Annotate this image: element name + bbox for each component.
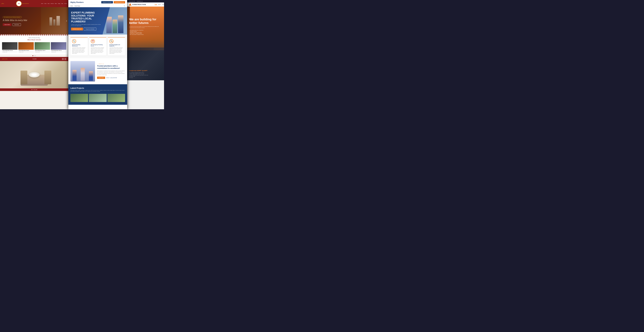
decor-glass-3 xyxy=(56,16,60,25)
quick-call-button[interactable]: Schedule Quick Call xyxy=(114,1,125,3)
blog-card-3-date: 07 March 2024 xyxy=(34,52,50,53)
construction-main-header: CONSTRUCTION HOME ABOUT PAGES ▾ STYLE GU… xyxy=(127,2,164,6)
order-online-button[interactable]: Order Online xyxy=(3,23,12,26)
restaurant-logo-circle: 🍽 xyxy=(16,1,22,6)
plumbing-projects-title: Latest Projects xyxy=(70,87,125,89)
plumbing-hero-title: EXPERT PLUMBING SOLUTIONS: YOUR TRUSTED … xyxy=(71,11,101,23)
blog-card-1-image-inner xyxy=(2,42,18,50)
restaurant-hero-bg: We implement your Delicious Dreams ! A l… xyxy=(0,7,68,34)
rest-nav-about[interactable]: About xyxy=(44,3,46,4)
person-3 xyxy=(118,15,124,33)
plumbing-about-buttons: Explore More Call Us: +1 (012) 345-6789 xyxy=(97,77,125,79)
blog-card-3: Recent Blog News Title 01 07 March 2024 xyxy=(34,42,50,53)
restaurant-furniture-bowl xyxy=(29,72,40,77)
rest-nav-home[interactable]: Home xyxy=(41,3,43,4)
plumbing-projects-desc: Lorem ipsum dolor sit amet, consectetur … xyxy=(70,90,125,92)
rest-nav-contact[interactable]: Contact xyxy=(64,3,67,4)
blog-card-1-image xyxy=(2,42,18,50)
blog-card-3-image-inner xyxy=(34,42,50,50)
service-card-1: 🔧 General Plumbing Maintenance Lorem ips… xyxy=(70,37,88,56)
construction-contact-bar: +1(9) 113-456-789 info@website.com f t y… xyxy=(127,0,164,2)
restaurant-hero-arrow[interactable]: › xyxy=(66,19,67,22)
plumbing-projects: Latest Projects Lorem ipsum dolor sit am… xyxy=(68,84,127,105)
construction-email: info@website.com xyxy=(137,1,143,2)
construction-site: +1(9) 113-456-789 info@website.com f t y… xyxy=(127,0,164,109)
construction-logo-icon xyxy=(129,3,132,6)
rest-nav-pages[interactable]: Pages xyxy=(58,3,60,4)
service-card-2: ⏰ 24/7 Emergency Plumbing Service Lorem … xyxy=(89,37,106,56)
service-title-2: 24/7 Emergency Plumbing Service xyxy=(91,44,105,46)
blog-card-2-title: Recent Blog News Title 01 xyxy=(18,50,34,52)
blog-card-3-title: Recent Blog News Title 01 xyxy=(34,50,50,52)
person-2 xyxy=(112,19,117,33)
screenshots-container: aNhu 🍽 RESTAURANT Home About Shop Servic… xyxy=(0,0,164,109)
plumbing-hero-buttons: Schedule Quick Call Request an Estimate xyxy=(71,27,101,30)
restaurant-nav: Home About Shop Services Menu Pages Blog… xyxy=(41,3,67,4)
bullet-3: Affordable Pricing Payment Plans xyxy=(129,32,159,33)
plumbing-site: Mighty Plumbers Request an Estimate Sche… xyxy=(68,0,127,109)
restaurant-blog-section: Tadoor Restaurant Blog Most Read Article… xyxy=(0,35,68,54)
service-icon-3: 🔨 xyxy=(109,39,114,43)
page-dot-3[interactable] xyxy=(35,55,36,56)
plumbing-about-title: Trusted plumbers with a commitment to ex… xyxy=(97,65,125,69)
construction-hero-bullets: Hire Experts with Years of Experience Sc… xyxy=(129,30,159,35)
service-desc-1: Lorem ipsum dolor sit amet, consectetur … xyxy=(72,47,86,54)
rest-nav-shop[interactable]: Shop xyxy=(48,3,50,4)
explore-more-button[interactable]: Explore More xyxy=(97,77,105,79)
decor-glass-2 xyxy=(53,19,55,25)
clock-icon: ⏰ xyxy=(92,40,94,42)
plumbing-about-subtitle: ABOUT US xyxy=(97,63,125,64)
const-nav-pages[interactable]: PAGES ▾ xyxy=(162,4,164,5)
service-icon-1: 🔧 xyxy=(72,39,76,43)
page-dot-2[interactable] xyxy=(34,55,34,56)
blog-card-4: Recent Blog News Title 01 02 March 2024 xyxy=(51,42,66,53)
const-nav-about[interactable]: ABOUT xyxy=(158,4,161,5)
construction-panel: +1(9) 113-456-789 info@website.com f t y… xyxy=(127,0,164,109)
blog-card-1-title: Recent Blog News Title 01 xyxy=(2,50,18,52)
restaurant-brand: RESTAURANT xyxy=(22,3,29,4)
service-title-1: General Plumbing Maintenance xyxy=(72,44,86,46)
plumbing-about-image xyxy=(70,61,95,81)
plumbing-panel: Mighty Plumbers Request an Estimate Sche… xyxy=(68,0,127,109)
bullet-1: Hire Experts with Years of Experience xyxy=(129,30,159,31)
blog-card-1: Recent Blog News Title 01 07 March 2024 xyxy=(2,42,18,53)
service-card-3: 🔨 Plumbing Supplies and Equipment Lorem … xyxy=(108,37,125,56)
project-thumb-3 xyxy=(108,94,125,102)
person-1 xyxy=(106,17,112,33)
construction-main-nav: HOME ABOUT PAGES ▾ STYLE GUIDE BLOG CONT… xyxy=(154,3,164,5)
plumbing-search-icon[interactable]: 🔍 xyxy=(124,5,125,6)
plumbing-hero-desc: Creating a catchy and memorable tagline … xyxy=(71,24,101,26)
rest-nav-menu[interactable]: Menu xyxy=(55,3,57,4)
page-dot-1[interactable] xyxy=(32,55,33,56)
read-more-button[interactable]: Read More xyxy=(12,23,21,26)
construction-bottom-screens: ωωηρτωσηυ ΩΩΗΡΤ· ψωΟΗΡΤ Δε ελευΘεριας Θε… xyxy=(127,47,164,80)
blog-card-3-image xyxy=(34,42,50,50)
about-person-2 xyxy=(81,68,85,81)
hammer-icon: 🔨 xyxy=(110,40,113,42)
plumb-nav-about[interactable]: About xyxy=(70,5,73,6)
blog-card-2-image-inner xyxy=(18,42,34,50)
call-link[interactable]: Call Us: +1 (012) 345-6789 xyxy=(106,77,117,78)
construction-screen-text-2: Δε ελευΘεριας Θεοδωρος ψαλ δεν 321.5ΓΤΩΣ… xyxy=(129,72,164,78)
service-desc-2: Lorem ipsum dolor sit amet, consectetur … xyxy=(91,47,105,54)
rest-nav-blog[interactable]: Blog xyxy=(62,3,63,4)
blog-card-4-image xyxy=(51,42,66,50)
blog-card-2-image xyxy=(18,42,34,50)
const-nav-home[interactable]: HOME xyxy=(154,4,157,5)
plumbing-header: Mighty Plumbers Request an Estimate Sche… xyxy=(68,0,127,5)
restaurant-hero-content: We implement your Delicious Dreams ! A l… xyxy=(0,13,30,28)
restaurant-logo-text: aNhu xyxy=(1,3,4,4)
restaurant-divider xyxy=(0,34,68,35)
hero-estimate-button[interactable]: Request an Estimate xyxy=(84,27,96,30)
rest-nav-services[interactable]: Services xyxy=(50,3,54,4)
restaurant-interior xyxy=(0,61,68,88)
rest-secondary-icons xyxy=(62,58,66,60)
plumbing-hero-people xyxy=(102,7,127,34)
estimate-button[interactable]: Request an Estimate xyxy=(101,1,113,3)
plumb-nav-parent[interactable]: Parent Page → xyxy=(74,5,81,6)
service-desc-3: Lorem ipsum dolor sit amet, consectetur … xyxy=(109,47,124,54)
rest-icon-2 xyxy=(64,58,66,60)
plumbing-hero-image xyxy=(102,7,127,34)
plumbing-about-desc: Home services is a broad term that encom… xyxy=(97,70,125,75)
hero-quick-call-button[interactable]: Schedule Quick Call xyxy=(71,27,83,30)
